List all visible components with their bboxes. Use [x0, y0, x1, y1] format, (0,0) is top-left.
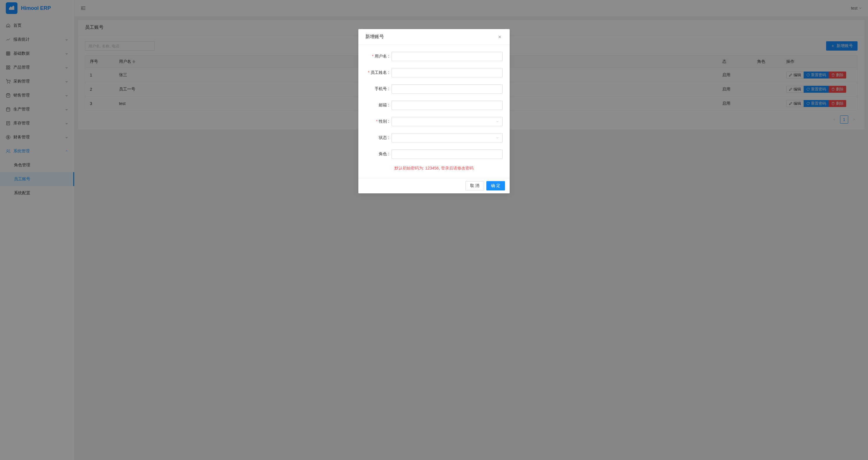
- cancel-button[interactable]: 取 消: [465, 181, 484, 191]
- confirm-button[interactable]: 确 定: [486, 181, 505, 191]
- label-email: 邮箱 :: [365, 103, 392, 108]
- modal-close[interactable]: [497, 34, 503, 40]
- label-phone: 手机号 :: [365, 86, 392, 92]
- modal-title: 新增账号: [365, 34, 384, 40]
- label-gender: 性别 :: [365, 119, 392, 124]
- input-name[interactable]: [392, 68, 503, 77]
- input-role[interactable]: [392, 150, 503, 159]
- modal-body: 用户名 : 员工姓名 : 手机号 : 邮箱 : 性别 : 状态 :: [359, 45, 509, 178]
- chevron-down-icon: [496, 136, 499, 139]
- modal: 新增账号 用户名 : 员工姓名 : 手机号 : 邮箱 :: [359, 29, 509, 193]
- close-icon: [498, 35, 502, 39]
- input-email[interactable]: [392, 101, 503, 110]
- label-name: 员工姓名 :: [365, 70, 392, 75]
- label-role: 角色 :: [365, 152, 392, 157]
- chevron-down-icon: [496, 120, 499, 123]
- modal-footer: 取 消 确 定: [359, 178, 509, 193]
- label-username: 用户名 :: [365, 54, 392, 59]
- label-status: 状态 :: [365, 135, 392, 140]
- select-status[interactable]: [392, 133, 503, 142]
- input-phone[interactable]: [392, 84, 503, 94]
- modal-header: 新增账号: [359, 29, 509, 45]
- password-hint: 默认初始密码为: 123456, 登录后请修改密码: [365, 166, 503, 171]
- modal-mask[interactable]: 新增账号 用户名 : 员工姓名 : 手机号 : 邮箱 :: [0, 0, 868, 460]
- select-gender[interactable]: [392, 117, 503, 126]
- input-username[interactable]: [392, 52, 503, 61]
